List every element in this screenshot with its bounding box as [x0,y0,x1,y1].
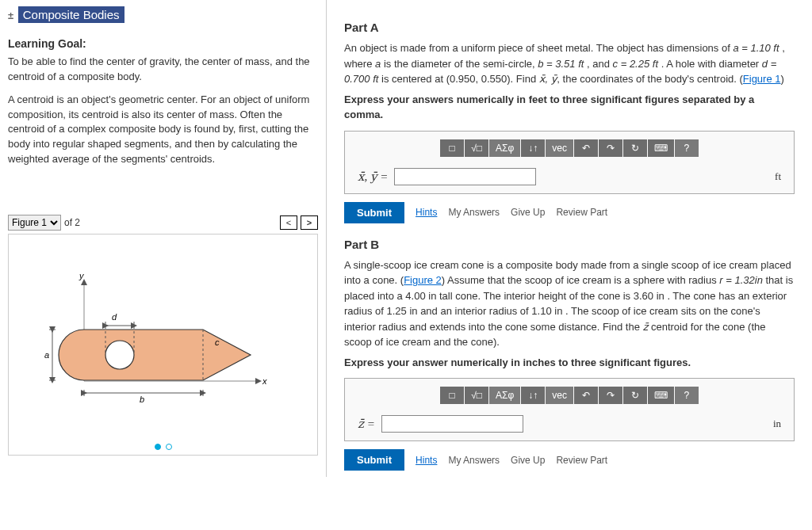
part-b-label: Part B [344,238,795,251]
figure-dot-1[interactable] [155,444,161,450]
figure-select[interactable]: Figure 1 [8,215,61,231]
part-a-giveup-link[interactable]: Give Up [511,207,545,218]
undo-button[interactable]: ↶ [574,139,598,157]
part-a-problem: An object is made from a uniform piece o… [344,40,795,87]
figure-1-link[interactable]: Figure 1 [743,73,781,85]
help-button[interactable]: ? [675,387,699,404]
learning-goal-text: To be able to find the center of gravity… [8,55,318,85]
reset-button[interactable]: ↻ [623,387,647,404]
sidebar-title: Composite Bodies [18,6,124,23]
figure-pager [155,444,172,450]
part-a-label: Part A [344,21,795,34]
figure-next-button[interactable]: > [301,215,318,230]
part-b-myanswers-link[interactable]: My Answers [448,455,500,466]
part-a-myanswers-link[interactable]: My Answers [448,207,500,218]
template-button[interactable]: □ [440,139,464,157]
part-a-answer-label: x̄, ȳ = [358,170,388,184]
learning-goal-label: Learning Goal: [8,37,318,50]
sqrt-button[interactable]: √□ [465,387,488,404]
figure-1-diagram: x y d c a [44,266,282,409]
figure-nav-bar: Figure 1 of 2 < > [8,215,318,231]
part-a-answer-box: □ √□ ΑΣφ ↓↑ vec ↶ ↷ ↻ ⌨ ? x̄, ȳ = ft [344,131,795,194]
part-a-hints-link[interactable]: Hints [416,207,437,218]
keyboard-button[interactable]: ⌨ [648,387,674,404]
centroid-description: A centroid is an object's geometric cent… [8,93,318,167]
svg-text:y: y [79,271,85,280]
part-b-answer-input[interactable] [381,415,523,433]
greek-button[interactable]: ΑΣφ [489,387,520,404]
svg-text:a: a [44,350,49,360]
part-b-hints-link[interactable]: Hints [416,455,437,466]
reset-button[interactable]: ↻ [623,139,647,157]
part-a-review-link[interactable]: Review Part [556,207,607,218]
part-b-problem: A single-scoop ice cream cone is a compo… [344,257,795,350]
part-a-actions: Submit Hints My Answers Give Up Review P… [344,202,795,223]
part-a-answer-row: x̄, ȳ = ft [358,168,781,185]
figure-dot-2[interactable] [166,444,172,450]
sqrt-button[interactable]: √□ [465,139,488,157]
template-button[interactable]: □ [440,387,464,404]
main-content: Part A An object is made from a uniform … [327,0,812,477]
undo-button[interactable]: ↶ [574,387,598,404]
part-a-unit: ft [775,170,781,183]
part-a-instruction: Express your answers numerically in feet… [344,92,795,123]
sidebar: ± Composite Bodies Learning Goal: To be … [0,0,327,477]
part-b-answer-label: z̄ = [358,417,375,431]
figure-count: of 2 [64,217,80,228]
subsup-button[interactable]: ↓↑ [521,139,545,157]
greek-button[interactable]: ΑΣφ [489,139,520,157]
svg-point-4 [105,341,134,369]
sidebar-title-row: ± Composite Bodies [8,6,318,23]
redo-button[interactable]: ↷ [599,387,622,404]
svg-text:d: d [112,312,117,322]
figure-panel: x y d c a [8,234,318,456]
part-b-giveup-link[interactable]: Give Up [511,455,545,466]
part-b-submit-button[interactable]: Submit [344,449,404,471]
keyboard-button[interactable]: ⌨ [648,139,674,157]
part-b-unit: in [773,418,781,430]
redo-button[interactable]: ↷ [599,139,622,157]
figure-prev-button[interactable]: < [280,215,297,230]
vec-button[interactable]: vec [546,139,573,157]
help-button[interactable]: ? [675,139,699,157]
svg-text:b: b [140,395,144,404]
part-a-answer-input[interactable] [394,168,536,185]
figure-2-link[interactable]: Figure 2 [404,274,442,286]
vec-button[interactable]: vec [546,387,573,404]
part-b-answer-box: □ √□ ΑΣφ ↓↑ vec ↶ ↷ ↻ ⌨ ? z̄ = in [344,378,795,441]
part-b-actions: Submit Hints My Answers Give Up Review P… [344,449,795,471]
part-b-answer-row: z̄ = in [358,415,781,433]
subsup-button[interactable]: ↓↑ [521,387,545,404]
svg-text:c: c [215,337,220,347]
part-a-submit-button[interactable]: Submit [344,202,404,223]
svg-text:x: x [262,376,267,386]
part-a-toolbar: □ √□ ΑΣφ ↓↑ vec ↶ ↷ ↻ ⌨ ? [358,139,781,157]
part-b-instruction: Express your answer numerically in inche… [344,355,795,371]
collapse-icon[interactable]: ± [8,10,13,21]
part-b-toolbar: □ √□ ΑΣφ ↓↑ vec ↶ ↷ ↻ ⌨ ? [358,387,781,404]
part-b-review-link[interactable]: Review Part [556,455,607,466]
